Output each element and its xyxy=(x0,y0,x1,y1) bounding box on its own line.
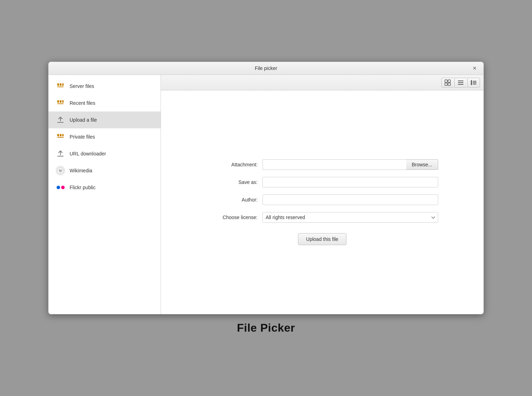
svg-text:W: W xyxy=(59,168,62,173)
svg-rect-6 xyxy=(62,100,64,103)
upload-area: Attachment: Browse... Save as: xyxy=(161,90,484,314)
dialog-titlebar: File picker × xyxy=(48,62,484,75)
sidebar-item-label-url-downloader: URL downloader xyxy=(70,151,106,157)
save-as-row: Save as: xyxy=(206,177,438,187)
browse-button[interactable]: Browse... xyxy=(406,159,438,170)
svg-rect-9 xyxy=(57,134,59,136)
upload-icon xyxy=(56,115,65,125)
sidebar-item-recent-files[interactable]: Recent files xyxy=(48,95,161,111)
moodle-icon xyxy=(56,81,65,91)
svg-rect-23 xyxy=(471,80,472,85)
dialog-body: Server files Recent files xyxy=(48,75,484,314)
svg-rect-16 xyxy=(445,80,447,82)
wikimedia-icon: W xyxy=(56,166,65,175)
author-row: Author: xyxy=(206,194,438,205)
sidebar-item-private-files[interactable]: Private files xyxy=(48,128,161,145)
upload-form: Attachment: Browse... Save as: xyxy=(206,159,438,245)
view-list-button[interactable] xyxy=(454,78,467,88)
save-as-input[interactable] xyxy=(262,177,438,187)
dialog-title: File picker xyxy=(255,65,277,71)
svg-rect-12 xyxy=(57,137,64,138)
submit-row: Upload this file xyxy=(206,233,438,245)
svg-rect-7 xyxy=(57,103,64,104)
svg-rect-13 xyxy=(57,156,64,157)
svg-rect-21 xyxy=(458,82,463,83)
grid-view-icon xyxy=(445,79,451,86)
sidebar-item-flickr-public[interactable]: Flickr public xyxy=(48,179,161,196)
svg-rect-18 xyxy=(445,83,447,85)
sidebar: Server files Recent files xyxy=(48,75,161,314)
page-title: File Picker xyxy=(237,321,295,334)
svg-rect-19 xyxy=(448,83,450,85)
sidebar-item-upload-file[interactable]: Upload a file xyxy=(48,111,161,128)
attachment-input-group: Browse... xyxy=(262,159,438,170)
sidebar-item-url-downloader[interactable]: URL downloader xyxy=(48,145,161,162)
sidebar-item-label-upload-file: Upload a file xyxy=(70,117,97,123)
list-view-icon xyxy=(458,79,464,86)
svg-rect-22 xyxy=(458,84,463,85)
svg-rect-2 xyxy=(62,83,64,86)
main-content: Attachment: Browse... Save as: xyxy=(161,75,484,314)
svg-rect-26 xyxy=(473,84,476,84)
sidebar-item-label-server-files: Server files xyxy=(70,83,94,89)
svg-rect-1 xyxy=(60,83,61,86)
url-downloader-icon xyxy=(56,149,65,159)
file-picker-dialog: File picker × Server files xyxy=(48,62,484,314)
save-as-label: Save as: xyxy=(206,179,262,185)
upload-button[interactable]: Upload this file xyxy=(298,233,346,245)
sidebar-item-label-wikimedia: Wikimedia xyxy=(70,168,92,173)
svg-rect-24 xyxy=(473,81,476,82)
license-select[interactable]: All rights reserved Public domain CC Att… xyxy=(262,212,438,223)
svg-rect-5 xyxy=(60,100,61,103)
svg-rect-0 xyxy=(57,83,59,86)
sidebar-item-server-files[interactable]: Server files xyxy=(48,78,161,95)
sidebar-item-wikimedia[interactable]: W Wikimedia xyxy=(48,162,161,179)
page-wrapper: File picker × Server files xyxy=(0,62,532,334)
attachment-label: Attachment: xyxy=(206,162,262,167)
svg-rect-8 xyxy=(57,122,64,123)
author-label: Author: xyxy=(206,197,262,203)
sidebar-item-label-private-files: Private files xyxy=(70,134,95,140)
svg-rect-4 xyxy=(57,100,59,103)
moodle-icon-private xyxy=(56,132,65,142)
author-input[interactable] xyxy=(262,194,438,205)
svg-rect-3 xyxy=(57,87,64,87)
svg-rect-10 xyxy=(60,134,61,136)
attachment-input[interactable] xyxy=(262,159,406,170)
moodle-icon-recent xyxy=(56,98,65,108)
dialog-close-button[interactable]: × xyxy=(471,64,479,72)
svg-rect-17 xyxy=(448,80,450,82)
sidebar-item-label-recent-files: Recent files xyxy=(70,100,95,106)
detail-view-icon xyxy=(471,79,477,86)
flickr-dot-pink xyxy=(61,186,65,189)
flickr-dot-blue xyxy=(57,186,60,189)
svg-rect-25 xyxy=(473,82,476,83)
flickr-icon xyxy=(56,183,65,192)
svg-rect-11 xyxy=(62,134,64,136)
attachment-row: Attachment: Browse... xyxy=(206,159,438,170)
view-detail-button[interactable] xyxy=(467,78,480,88)
license-row: Choose license: All rights reserved Publ… xyxy=(206,212,438,223)
main-toolbar xyxy=(161,75,484,90)
view-grid-button[interactable] xyxy=(441,78,454,88)
svg-rect-20 xyxy=(458,81,463,81)
sidebar-item-label-flickr-public: Flickr public xyxy=(70,185,96,190)
license-label: Choose license: xyxy=(206,215,262,220)
